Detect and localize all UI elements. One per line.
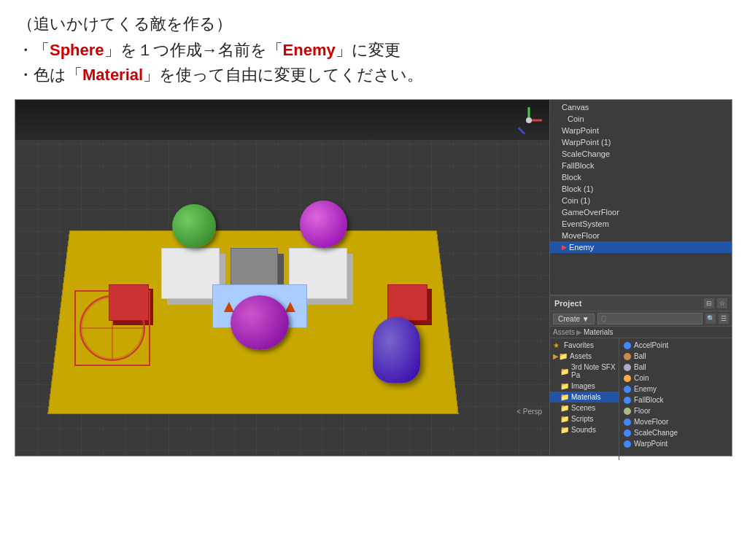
header-line2-prefix: ・「	[18, 41, 50, 59]
header-line1: （追いかけてくる敵を作る）	[18, 13, 729, 35]
hierarchy-item[interactable]: Block	[550, 171, 732, 183]
cube-red-right	[387, 284, 427, 321]
project-icons: ⊟ ☆	[704, 298, 727, 308]
asset-color-dot	[624, 397, 631, 404]
asset-color-dot	[624, 408, 631, 415]
header-material-text: Material	[82, 66, 143, 84]
project-tree-item[interactable]: 📁Scenes	[550, 402, 619, 413]
asset-item[interactable]: MoveFloor	[619, 416, 732, 427]
asset-label: MoveFloor	[634, 418, 668, 426]
right-panel: CanvasCoinWarpPointWarpPoint (1)ScaleCha…	[549, 100, 732, 456]
gizmo-z-arm	[518, 127, 526, 135]
asset-label: AccelPoint	[634, 341, 668, 349]
asset-color-dot	[624, 429, 631, 437]
asset-color-dot	[624, 419, 631, 426]
sphere-green	[172, 204, 216, 248]
breadcrumb-assets[interactable]: Assets	[553, 328, 575, 336]
hierarchy-item[interactable]: ▶Enemy	[550, 241, 732, 253]
hierarchy-item[interactable]: WarpPoint (1)	[550, 136, 732, 148]
asset-item[interactable]: FallBlock	[619, 394, 732, 405]
unity-viewport[interactable]: ▲ ▲ ▲ ▲ < Persp	[15, 100, 549, 456]
persp-label: < Persp	[516, 408, 542, 416]
asset-label: Coin	[634, 374, 649, 382]
asset-color-dot	[624, 342, 631, 349]
search-icon[interactable]: 🔍	[705, 314, 716, 324]
gizmo-center	[526, 117, 532, 123]
header-line1-text: （追いかけてくる敵を作る）	[18, 15, 232, 33]
asset-item[interactable]: Ball	[619, 351, 732, 362]
breadcrumb-materials[interactable]: Materials	[584, 328, 614, 336]
header-line3-suffix: 」を使って自由に変更してください。	[143, 66, 423, 84]
asset-item[interactable]: ScaleChange	[619, 427, 732, 438]
capsule-purple	[373, 317, 420, 383]
asset-item[interactable]: Ball	[619, 362, 732, 373]
project-tree-item[interactable]: 📁Sounds	[550, 424, 619, 435]
gizmo-x-arm	[530, 120, 542, 122]
header-line2-suffix: 」に変更	[336, 41, 400, 59]
project-tree-item[interactable]: 📁3rd Note SFX Pa	[550, 362, 619, 381]
hierarchy-item[interactable]: ScaleChange	[550, 148, 732, 160]
project-toolbar: Create ▼ 🔍 ☰	[550, 311, 732, 327]
asset-label: Enemy	[634, 385, 657, 393]
asset-color-dot	[624, 440, 631, 448]
breadcrumb-separator: ▶	[576, 328, 582, 336]
asset-label: FallBlock	[634, 396, 664, 404]
create-button[interactable]: Create ▼	[553, 314, 595, 324]
project-tree-item[interactable]: 📁Images	[550, 381, 619, 392]
project-title: Project	[554, 299, 581, 308]
asset-item[interactable]: Floor	[619, 405, 732, 416]
project-search[interactable]	[597, 313, 703, 324]
header-line2: ・「Sphere」を１つ作成→名前を「Enemy」に変更	[18, 39, 729, 61]
asset-color-dot	[624, 386, 631, 393]
hierarchy-item[interactable]: MoveFloor	[550, 230, 732, 241]
asset-label: WarpPoint	[634, 440, 667, 448]
project-tree-item[interactable]: ▶📁Assets	[550, 351, 619, 362]
asset-item[interactable]: Enemy	[619, 384, 732, 394]
asset-label: Floor	[634, 407, 651, 415]
main-content: ▲ ▲ ▲ ▲ < Persp Canv	[15, 99, 732, 456]
sphere-wireframe	[80, 295, 145, 361]
asset-label: ScaleChange	[634, 429, 678, 437]
header-line3: ・色は「Material」を使って自由に変更してください。	[18, 64, 729, 86]
hierarchy-item[interactable]: Block (1)	[550, 183, 732, 195]
asset-color-dot	[624, 353, 631, 360]
asset-item[interactable]: AccelPoint	[619, 340, 732, 351]
project-tree: ★Favorites▶📁Assets📁3rd Note SFX Pa📁Image…	[550, 338, 619, 460]
header-enemy-text: Enemy	[283, 41, 336, 59]
project-header: Project ⊟ ☆	[550, 296, 732, 311]
project-tree-favorites[interactable]: ★Favorites	[550, 340, 619, 351]
asset-item[interactable]: Coin	[619, 373, 732, 384]
hierarchy-panel: CanvasCoinWarpPointWarpPoint (1)ScaleCha…	[550, 100, 732, 295]
sphere-purple-top	[300, 201, 347, 248]
asset-color-dot	[624, 364, 631, 371]
header-line3-prefix: ・色は「	[18, 66, 82, 84]
hierarchy-item[interactable]: FallBlock	[550, 160, 732, 171]
project-body: ★Favorites▶📁Assets📁3rd Note SFX Pa📁Image…	[550, 338, 732, 460]
project-tree-item[interactable]: 📁Scripts	[550, 413, 619, 424]
asset-item[interactable]: WarpPoint	[619, 438, 732, 449]
filter-icon[interactable]: ☰	[719, 314, 729, 324]
cube-white-left	[161, 248, 220, 299]
sphere-purple-mid	[231, 295, 289, 350]
hierarchy-item[interactable]: Canvas	[550, 101, 732, 113]
gizmo	[514, 106, 543, 135]
project-tree-item[interactable]: 📁Materials	[550, 392, 619, 402]
project-icon-btn-1[interactable]: ⊟	[704, 298, 714, 308]
asset-color-dot	[624, 375, 631, 382]
header-sphere-text: Sphere	[50, 41, 104, 59]
scene-container: ▲ ▲ ▲ ▲	[15, 100, 549, 456]
header-section: （追いかけてくる敵を作る） ・「Sphere」を１つ作成→名前を「Enemy」に…	[0, 0, 747, 92]
hierarchy-item[interactable]: Coin	[550, 113, 732, 125]
project-assets: AccelPointBallBallCoinEnemyFallBlockFloo…	[619, 338, 732, 460]
hierarchy-list: CanvasCoinWarpPointWarpPoint (1)ScaleCha…	[550, 100, 732, 254]
hierarchy-item[interactable]: WarpPoint	[550, 125, 732, 136]
hierarchy-item[interactable]: Coin (1)	[550, 195, 732, 206]
asset-label: Ball	[634, 363, 646, 371]
header-line2-middle: 」を１つ作成→名前を「	[104, 41, 283, 59]
hierarchy-item[interactable]: EventSystem	[550, 218, 732, 230]
project-panel: Project ⊟ ☆ Create ▼ 🔍 ☰ Assets ▶ Materi…	[550, 295, 732, 456]
project-icon-btn-2[interactable]: ☆	[717, 298, 727, 308]
breadcrumb: Assets ▶ Materials	[550, 327, 732, 338]
asset-label: Ball	[634, 352, 646, 360]
hierarchy-item[interactable]: GameOverFloor	[550, 206, 732, 218]
